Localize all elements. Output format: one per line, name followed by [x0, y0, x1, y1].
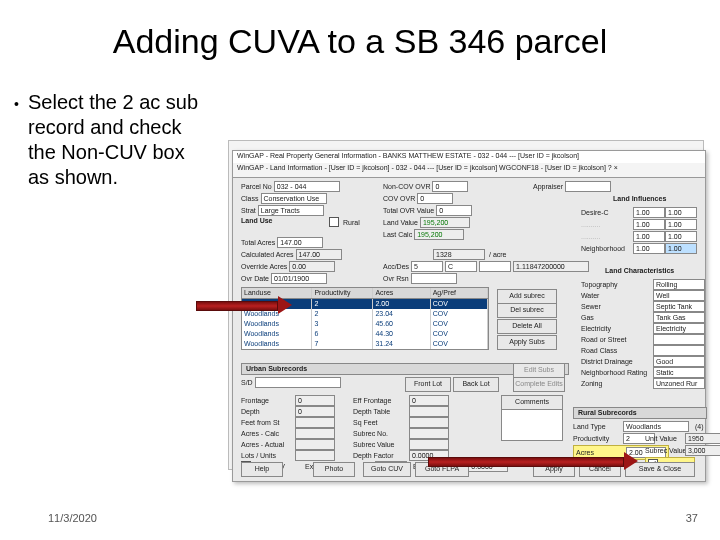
col-acres: Acres: [373, 288, 430, 298]
complete-edit-button[interactable]: Complete Edits: [513, 377, 565, 392]
class[interactable]: Conservation Use: [261, 193, 327, 204]
characteristic-row: Road Class: [581, 345, 705, 356]
parcel-no[interactable]: 032 - 044: [274, 181, 340, 192]
lbl-cov-ovr: COV OVR: [383, 195, 415, 202]
characteristic-row: ElectricityElectricity: [581, 323, 705, 334]
slide-title: Adding CUVA to a SB 346 parcel: [0, 22, 720, 61]
col-productivity: Productivity: [312, 288, 373, 298]
appraiser[interactable]: [565, 181, 611, 192]
total-ovr[interactable]: 0: [436, 205, 472, 216]
lbl-desire: Desire-C: [581, 209, 631, 216]
lbl-parcel-no: Parcel No: [241, 183, 272, 190]
characteristic-row: ZoningUnzoned Rur: [581, 378, 705, 389]
lbl-ovr-date: Ovr Date: [241, 275, 269, 282]
front-lot-button[interactable]: Front Lot: [405, 377, 451, 392]
hdr-land-influences: Land Influences: [613, 195, 666, 202]
override-acres: 0.00: [289, 261, 335, 272]
lbl-neighborhood: Neighborhood: [581, 245, 631, 252]
add-subrec-button[interactable]: Add subrec: [497, 289, 557, 304]
last-calc: 195,200: [414, 229, 464, 240]
comments-box[interactable]: [501, 409, 563, 441]
cov-ovr[interactable]: 0: [417, 193, 453, 204]
accdes-val: 1.11847200000: [513, 261, 589, 272]
accdes-c[interactable]: [479, 261, 511, 272]
s/d[interactable]: [255, 377, 341, 388]
bullet-dot: •: [14, 96, 19, 114]
rural-checkbox[interactable]: [329, 217, 339, 227]
characteristic-row: TopographyRolling: [581, 279, 705, 290]
desire-val[interactable]: 1.00: [633, 207, 665, 218]
characteristic-row: District DrainageGood: [581, 356, 705, 367]
del-subrec-button[interactable]: Del subrec: [497, 303, 557, 318]
photo-button[interactable]: Photo: [313, 462, 355, 477]
rural-subrecords-header: Rural Subrecords: [573, 407, 707, 419]
unit-value-r: 1950: [685, 433, 720, 444]
lbl-land-value: Land Value: [383, 219, 418, 226]
edit-subs-button[interactable]: Edit Subs: [513, 363, 565, 378]
characteristic-row: WaterWell: [581, 290, 705, 301]
lbl-appraiser: Appraiser: [533, 183, 563, 190]
strat[interactable]: Large Tracts: [258, 205, 324, 216]
lbl-s/d: S/D: [241, 379, 253, 386]
lbl-subrec-value: Subrec Value: [645, 447, 683, 454]
lbl-override-acres: Override Acres: [241, 263, 287, 270]
characteristic-row: SewerSeptic Tank: [581, 301, 705, 312]
characteristic-row: GasTank Gas: [581, 312, 705, 323]
total-acres[interactable]: 147.00: [277, 237, 323, 248]
instruction-text: Select the 2 ac sub record and check the…: [28, 91, 198, 188]
calc-acres: 147.00: [296, 249, 342, 260]
neighborhood-val[interactable]: 1.00: [633, 243, 665, 254]
col-agpref: Ag/Pref: [431, 288, 488, 298]
wingap-window: WinGAP - Real Property General Informati…: [232, 150, 706, 482]
back-lot-button[interactable]: Back Lot: [453, 377, 499, 392]
arrow-to-non-cuv: [428, 454, 638, 468]
hdr-land-characteristics: Land Characteristics: [605, 267, 674, 274]
table-row[interactable]: Woodlands644.30COV: [242, 329, 488, 339]
arrow-to-selected-row: [196, 298, 292, 312]
price-per-acre: 1328: [433, 249, 485, 260]
footer-page-number: 37: [686, 512, 698, 524]
instruction-bullet: • Select the 2 ac sub record and check t…: [28, 90, 208, 190]
lbl-unit-value-r: Unit Value: [645, 435, 683, 442]
characteristic-row: Road or Street: [581, 334, 705, 345]
comments-button[interactable]: Comments: [501, 395, 563, 410]
lbl-accdes: Acc/Des: [383, 263, 409, 270]
lbl-noncov-ovr: Non-COV OVR: [383, 183, 430, 190]
lbl-price-acre: / acre: [489, 251, 507, 258]
noncov-ovr[interactable]: 0: [432, 181, 468, 192]
window-title-front: WinGAP - Land Information - [User ID = j…: [233, 163, 705, 178]
goto-cuv-button[interactable]: Goto CUV: [363, 462, 411, 477]
lbl-land-type: Land Type: [573, 423, 621, 430]
table-row[interactable]: Woodlands345.60COV: [242, 319, 488, 329]
lbl-landuse: Land Use: [241, 217, 273, 224]
accdes-a[interactable]: 5: [411, 261, 443, 272]
lbl-rural: Rural: [343, 219, 360, 226]
ovr-rsn[interactable]: [411, 273, 457, 284]
lbl-class: Class: [241, 195, 259, 202]
lbl-last-calc: Last Calc: [383, 231, 412, 238]
delete-all-button[interactable]: Delete All: [497, 319, 557, 334]
rural-bracket: (4): [695, 423, 704, 430]
lbl-total-ovr: Total OVR Value: [383, 207, 434, 214]
lbl-strat: Strat: [241, 207, 256, 214]
lbl-calc-acres: Calculated Acres: [241, 251, 294, 258]
land-value: 195,200: [420, 217, 470, 228]
subrec-value: 3,000: [685, 445, 720, 456]
ovr-date[interactable]: 01/01/1900: [271, 273, 327, 284]
help-button[interactable]: Help: [241, 462, 283, 477]
lbl-ovr-rsn: Ovr Rsn: [383, 275, 409, 282]
characteristic-row: Neighborhood RatingStatic: [581, 367, 705, 378]
lbl-productivity: Productivity: [573, 435, 621, 442]
accdes-b[interactable]: C: [445, 261, 477, 272]
land-type[interactable]: Woodlands: [623, 421, 689, 432]
lbl-total-acres: Total Acres: [241, 239, 275, 246]
table-row[interactable]: Woodlands731.24COV: [242, 339, 488, 349]
footer-date: 11/3/2020: [48, 512, 97, 524]
apply-subs-button[interactable]: Apply Subs: [497, 335, 557, 350]
